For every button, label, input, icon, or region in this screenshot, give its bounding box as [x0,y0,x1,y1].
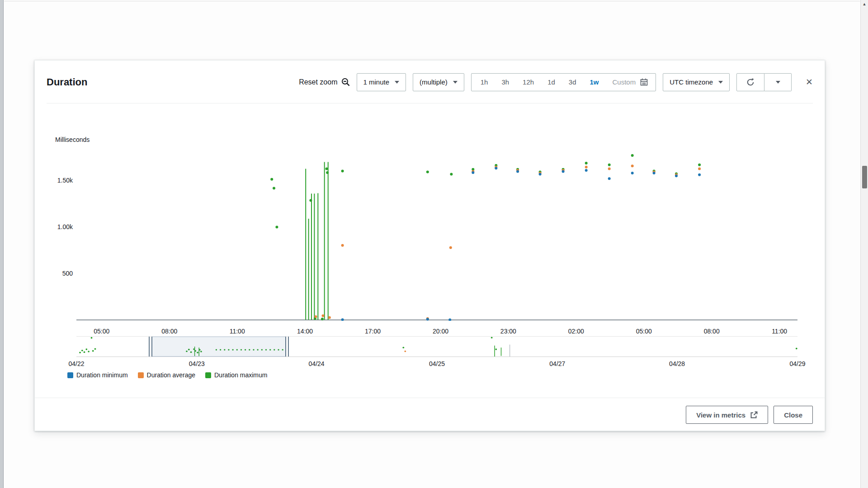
legend-item[interactable]: Duration average [138,371,195,379]
modal-close-icon[interactable]: ✕ [806,78,813,86]
timeline-dot [84,352,85,353]
point-maximum [270,178,273,181]
point-minimum [585,169,588,172]
point-maximum [631,154,634,157]
point-maximum [450,173,453,176]
window-left-edge [0,0,4,488]
statistic-select[interactable]: (multiple) [413,73,464,91]
legend-swatch [138,372,144,378]
point-maximum [321,318,324,320]
refresh-split-button [736,73,792,91]
x-tick-label: 17:00 [357,328,389,335]
brush-handle-left[interactable] [149,337,152,357]
point-maximum [326,167,328,170]
custom-range-calendar-button[interactable] [639,74,653,91]
date-tick-label: 04/23 [181,360,212,367]
date-tick-label: 04/29 [782,360,813,367]
view-in-metrics-button[interactable]: View in metrics [686,406,768,424]
close-button-label: Close [784,411,802,419]
scrollbar-thumb[interactable] [862,166,867,188]
y-tick-label: 500 [35,270,73,277]
date-tick-label: 04/22 [61,360,92,367]
range-1d[interactable]: 1d [541,74,562,91]
timeline-dot [92,350,94,352]
refresh-icon [746,78,755,87]
chevron-down-icon [453,81,458,84]
timeline-dot [94,348,96,350]
timeline-dot [88,351,90,352]
timeline-dot [404,351,406,352]
modal-header: Duration Reset zoom 1 minute (multiple) … [35,61,825,103]
point-average [585,166,588,169]
x-tick-label: 05:00 [86,328,118,335]
point-minimum [426,318,429,321]
modal-footer: View in metrics Close [35,398,825,432]
point-average [315,315,317,318]
timeline-dot [495,348,497,350]
window-top-edge [4,1,860,1]
legend-item[interactable]: Duration minimum [67,371,128,379]
x-tick-label: 11:00 [222,328,253,335]
close-button[interactable]: Close [774,406,813,424]
point-minimum [495,167,497,169]
point-average [608,167,611,170]
timeline-brush[interactable] [151,337,287,357]
duration-chart: Milliseconds 1.50k1.00k500 05:0008:0011:… [35,103,825,398]
view-in-metrics-label: View in metrics [696,411,745,419]
date-tick-label: 04/25 [421,360,453,367]
point-maximum [309,199,312,202]
x-tick-label: 08:00 [154,328,185,335]
point-average [341,244,344,247]
legend-item[interactable]: Duration maximum [205,371,267,379]
point-maximum [608,164,611,166]
point-maximum [341,169,344,172]
point-maximum [585,162,588,164]
date-tick-label: 04/24 [301,360,332,367]
range-1w[interactable]: 1w [583,74,606,91]
x-tick-label: 05:00 [628,328,660,335]
x-tick-label: 02:00 [560,328,592,335]
timeline-dot [85,348,87,350]
range-3h[interactable]: 3h [495,74,516,91]
zoom-out-icon [341,78,350,86]
point-average [449,246,452,249]
point-maximum [698,164,701,166]
range-custom[interactable]: Custom [606,74,640,91]
timezone-select[interactable]: UTC timezone [663,73,730,91]
point-average [322,314,325,317]
range-1h[interactable]: 1h [474,74,495,91]
timeline-dot [79,352,81,353]
refresh-button[interactable] [736,73,764,91]
refresh-options-button[interactable] [764,73,792,91]
point-maximum [426,171,429,174]
y-tick-label: 1.00k [35,223,73,230]
point-minimum [608,177,611,180]
point-minimum [653,172,656,174]
calendar-icon [640,78,648,86]
range-12h[interactable]: 12h [516,74,541,91]
point-minimum [472,171,474,174]
brush-handle-right[interactable] [285,337,289,357]
timeline-dot [91,337,93,339]
duration-metric-modal: Duration Reset zoom 1 minute (multiple) … [34,60,825,431]
point-minimum [448,319,451,321]
point-minimum [631,172,634,174]
x-tick-label: 11:00 [764,328,795,335]
timeline-overview[interactable] [76,336,797,357]
scrollbar-up-arrow[interactable]: ▲ [861,0,868,8]
x-tick-label: 20:00 [425,328,456,335]
chart-plot-area[interactable] [76,103,797,321]
timeline-dot [796,348,797,350]
reset-zoom-label: Reset zoom [299,78,337,86]
timeline-dot [491,337,493,338]
period-select[interactable]: 1 minute [357,73,406,91]
legend-label: Duration average [147,371,195,379]
legend-label: Duration minimum [76,371,128,379]
range-3d[interactable]: 3d [562,74,583,91]
reset-zoom-button[interactable]: Reset zoom [299,78,349,86]
point-minimum [539,173,542,176]
point-average [328,316,331,319]
legend-swatch [67,372,73,378]
chevron-down-icon [776,81,780,84]
page-scrollbar[interactable]: ▲ [860,0,868,488]
